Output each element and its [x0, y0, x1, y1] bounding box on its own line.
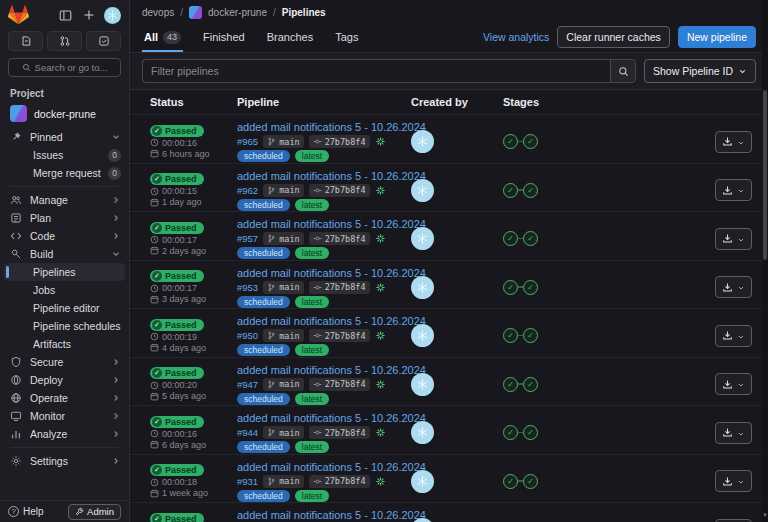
stage-passed-icon[interactable]: ✓ [523, 134, 538, 149]
scheduled-label[interactable]: scheduled [237, 393, 290, 405]
pipeline-title-link[interactable]: added mail notifications 5 - 10.26.2024 [237, 412, 411, 424]
pipeline-id-link[interactable]: #947 [237, 379, 258, 390]
creator-avatar[interactable] [411, 324, 434, 347]
pipeline-title-link[interactable]: added mail notifications 5 - 10.26.2024 [237, 267, 411, 279]
pipeline-title-link[interactable]: added mail notifications 5 - 10.26.2024 [237, 461, 411, 473]
commit-chip[interactable]: 27b7b8f4 [309, 475, 370, 488]
creator-avatar[interactable] [411, 227, 434, 250]
collapse-sidebar-icon[interactable] [56, 6, 74, 24]
sidebar-item-pipeline-editor[interactable]: Pipeline editor [0, 299, 129, 317]
help-button[interactable]: ? Help [8, 506, 44, 517]
sidebar-item-jobs[interactable]: Jobs [0, 281, 129, 299]
download-artifacts-button[interactable] [715, 519, 752, 522]
status-badge[interactable]: ✓ Passed [150, 464, 204, 476]
creator-avatar[interactable] [411, 276, 434, 299]
pipeline-title-link[interactable]: added mail notifications 5 - 10.26.2024 [237, 364, 411, 376]
pipeline-id-link[interactable]: #962 [237, 185, 258, 196]
status-badge[interactable]: ✓ Passed [150, 367, 204, 379]
pipeline-id-link[interactable]: #950 [237, 330, 258, 341]
branch-chip[interactable]: main [263, 232, 303, 245]
scheduled-label[interactable]: scheduled [237, 490, 290, 502]
latest-label[interactable]: latest [295, 150, 329, 162]
pipeline-title-link[interactable]: added mail notifications 5 - 10.26.2024 [237, 315, 411, 327]
new-pipeline-button[interactable]: New pipeline [678, 26, 756, 48]
scheduled-label[interactable]: scheduled [237, 199, 290, 211]
stage-passed-icon[interactable]: ✓ [503, 183, 518, 198]
stage-passed-icon[interactable]: ✓ [503, 377, 518, 392]
stage-passed-icon[interactable]: ✓ [503, 425, 518, 440]
latest-label[interactable]: latest [295, 199, 329, 211]
creator-avatar[interactable] [411, 470, 434, 493]
download-artifacts-button[interactable] [715, 422, 752, 444]
sidebar-item-deploy[interactable]: Deploy [0, 371, 129, 389]
pipeline-title-link[interactable]: added mail notifications 5 - 10.26.2024 [237, 218, 411, 230]
stage-passed-icon[interactable]: ✓ [503, 280, 518, 295]
show-pipeline-id-dropdown[interactable]: Show Pipeline ID [644, 59, 756, 83]
merge-request-shortcut-icon[interactable] [47, 31, 82, 51]
status-badge[interactable]: ✓ Passed [150, 270, 204, 282]
creator-avatar[interactable] [411, 130, 434, 153]
sidebar-item-manage[interactable]: Manage [0, 191, 129, 209]
tab-branches[interactable]: Branches [265, 24, 315, 52]
stage-passed-icon[interactable]: ✓ [523, 328, 538, 343]
pipeline-title-link[interactable]: added mail notifications 5 - 10.26.2024 [237, 170, 411, 182]
breadcrumb-project[interactable]: docker-prune [208, 7, 267, 18]
scrollbar-down-arrow[interactable]: ▼ [762, 512, 768, 518]
sidebar-item-pipelines[interactable]: Pipelines [4, 263, 125, 281]
sidebar-item-pinned[interactable]: Pinned [0, 128, 129, 146]
stage-passed-icon[interactable]: ✓ [503, 474, 518, 489]
download-artifacts-button[interactable] [715, 373, 752, 395]
scheduled-label[interactable]: scheduled [237, 344, 290, 356]
commit-chip[interactable]: 27b7b8f4 [309, 135, 370, 148]
branch-chip[interactable]: main [263, 426, 303, 439]
search-input[interactable]: Search or go to... [8, 58, 121, 77]
branch-chip[interactable]: main [263, 281, 303, 294]
stage-passed-icon[interactable]: ✓ [523, 231, 538, 246]
scheduled-label[interactable]: scheduled [237, 296, 290, 308]
commit-chip[interactable]: 27b7b8f4 [309, 281, 370, 294]
pipeline-id-link[interactable]: #931 [237, 476, 258, 487]
sidebar-item-monitor[interactable]: Monitor [0, 407, 129, 425]
tab-all[interactable]: All43 [142, 24, 183, 52]
user-avatar[interactable] [104, 7, 121, 24]
creator-avatar[interactable] [411, 518, 434, 522]
filter-pipelines-input[interactable] [142, 59, 610, 83]
download-artifacts-button[interactable] [715, 179, 752, 201]
download-artifacts-button[interactable] [715, 470, 752, 492]
create-new-icon[interactable] [80, 6, 98, 24]
gitlab-logo[interactable] [8, 5, 29, 25]
status-badge[interactable]: ✓ Passed [150, 173, 204, 185]
stage-passed-icon[interactable]: ✓ [523, 425, 538, 440]
tab-finished[interactable]: Finished [201, 24, 247, 52]
view-analytics-link[interactable]: View analytics [483, 31, 549, 43]
commit-chip[interactable]: 27b7b8f4 [309, 184, 370, 197]
creator-avatar[interactable] [411, 421, 434, 444]
scheduled-label[interactable]: scheduled [237, 247, 290, 259]
sidebar-item-secure[interactable]: Secure [0, 353, 129, 371]
creator-avatar[interactable] [411, 373, 434, 396]
clear-runner-caches-button[interactable]: Clear runner caches [557, 26, 670, 48]
sidebar-project-item[interactable]: docker-prune [0, 101, 129, 126]
pipeline-id-link[interactable]: #953 [237, 282, 258, 293]
branch-chip[interactable]: main [263, 135, 303, 148]
pipeline-title-link[interactable]: added mail notifications 5 - 10.26.2024 [237, 121, 411, 133]
branch-chip[interactable]: main [263, 184, 303, 197]
filter-search-button[interactable] [610, 59, 636, 83]
sidebar-item-issues[interactable]: Issues0 [0, 146, 129, 164]
status-badge[interactable]: ✓ Passed [150, 222, 204, 234]
sidebar-item-pipeline-schedules[interactable]: Pipeline schedules [0, 317, 129, 335]
latest-label[interactable]: latest [295, 441, 329, 453]
download-artifacts-button[interactable] [715, 325, 752, 347]
latest-label[interactable]: latest [295, 393, 329, 405]
commit-chip[interactable]: 27b7b8f4 [309, 329, 370, 342]
download-artifacts-button[interactable] [715, 276, 752, 298]
sidebar-item-plan[interactable]: Plan [0, 209, 129, 227]
tab-tags[interactable]: Tags [333, 24, 360, 52]
latest-label[interactable]: latest [295, 490, 329, 502]
sidebar-item-merge-requests[interactable]: Merge requests0 [0, 164, 129, 182]
commit-chip[interactable]: 27b7b8f4 [309, 232, 370, 245]
scrollbar[interactable]: ▼ [762, 0, 768, 522]
commit-chip[interactable]: 27b7b8f4 [309, 378, 370, 391]
scheduled-label[interactable]: scheduled [237, 150, 290, 162]
pipeline-title-link[interactable]: added mail notifications 5 - 10.26.2024 [237, 509, 411, 521]
